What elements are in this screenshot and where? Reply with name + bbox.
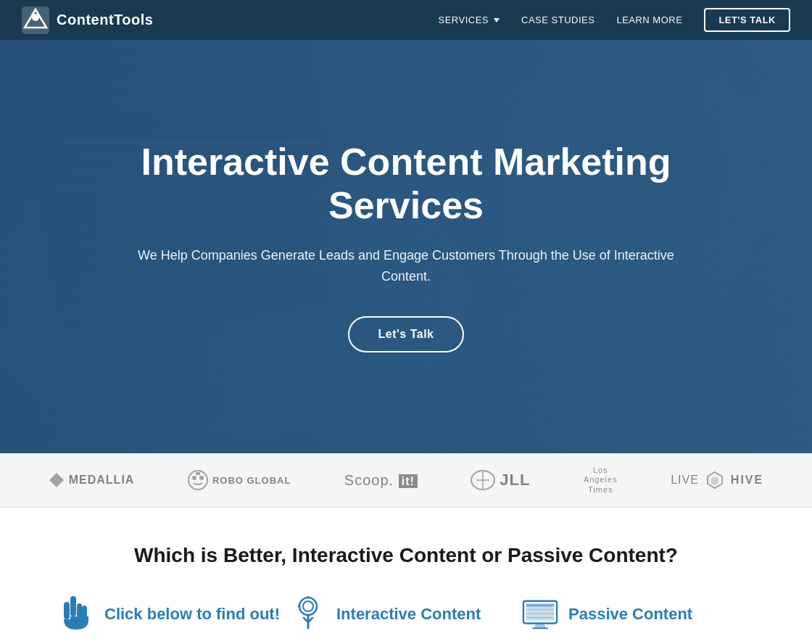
interactive-content-label: Interactive Content bbox=[336, 605, 481, 624]
medallia-diamond-icon bbox=[49, 472, 65, 488]
click-cta-item: Click below to find out! bbox=[58, 596, 290, 632]
hero-cta-button[interactable]: Let's Talk bbox=[348, 316, 465, 352]
comparison-section: Which is Better, Interactive Content or … bbox=[0, 508, 812, 644]
livehive-hex-icon bbox=[705, 471, 724, 490]
comparison-row: Click below to find out! Interactive Con… bbox=[44, 596, 768, 632]
nav-item-learn-more[interactable]: LEARN MORE bbox=[616, 15, 682, 25]
navbar: ContentTools SERVICES CASE STUDIES LEARN… bbox=[0, 0, 812, 40]
logo-jll: JLL bbox=[471, 470, 530, 490]
interactive-content-item: Interactive Content bbox=[290, 596, 522, 632]
hero-subtitle: We Help Companies Generate Leads and Eng… bbox=[130, 245, 682, 287]
logo-livehive: LIVE HIVE bbox=[671, 471, 763, 490]
nav-links: SERVICES CASE STUDIES LEARN MORE LET'S T… bbox=[439, 8, 790, 32]
logos-bar: MEDALLIA ROBO GLOBAL Scoop. it! JLL Los … bbox=[0, 453, 812, 508]
logo-la-times: Los Angeles Times bbox=[584, 466, 618, 495]
svg-rect-12 bbox=[49, 473, 64, 487]
svg-marker-21 bbox=[711, 476, 718, 485]
logo-area[interactable]: ContentTools bbox=[22, 7, 153, 34]
hero-section: Interactive Content Marketing Services W… bbox=[0, 40, 812, 453]
svg-point-2 bbox=[32, 14, 39, 21]
touch-hand-icon bbox=[290, 596, 326, 632]
click-cta-label: Click below to find out! bbox=[104, 605, 280, 624]
svg-rect-16 bbox=[196, 472, 200, 475]
nav-cta-button[interactable]: LET'S TALK bbox=[704, 8, 790, 32]
jll-oval-icon bbox=[471, 470, 495, 490]
logo-medallia: MEDALLIA bbox=[49, 472, 135, 488]
svg-point-26 bbox=[299, 598, 317, 615]
svg-point-14 bbox=[192, 476, 196, 480]
nav-item-case-studies[interactable]: CASE STUDIES bbox=[521, 15, 594, 25]
svg-rect-30 bbox=[526, 604, 554, 607]
svg-rect-22 bbox=[70, 596, 76, 616]
logo-icon bbox=[22, 7, 49, 34]
logo-scoopit: Scoop. it! bbox=[344, 472, 418, 489]
svg-point-27 bbox=[303, 601, 313, 611]
hand-pointer-icon bbox=[58, 596, 94, 632]
dropdown-arrow-icon bbox=[494, 18, 500, 22]
svg-rect-24 bbox=[64, 602, 70, 619]
nav-item-services[interactable]: SERVICES bbox=[439, 15, 500, 25]
passive-content-label: Passive Content bbox=[568, 605, 692, 624]
robo-global-icon bbox=[188, 470, 208, 490]
svg-point-15 bbox=[199, 476, 204, 480]
hero-content: Interactive Content Marketing Services W… bbox=[116, 141, 696, 352]
logo-robo-global: ROBO GLOBAL bbox=[188, 470, 291, 490]
passive-content-item: Passive Content bbox=[522, 596, 754, 632]
hero-title: Interactive Content Marketing Services bbox=[130, 141, 682, 228]
section-title: Which is Better, Interactive Content or … bbox=[44, 544, 768, 567]
monitor-icon bbox=[522, 596, 558, 632]
logo-text: ContentTools bbox=[57, 12, 153, 28]
